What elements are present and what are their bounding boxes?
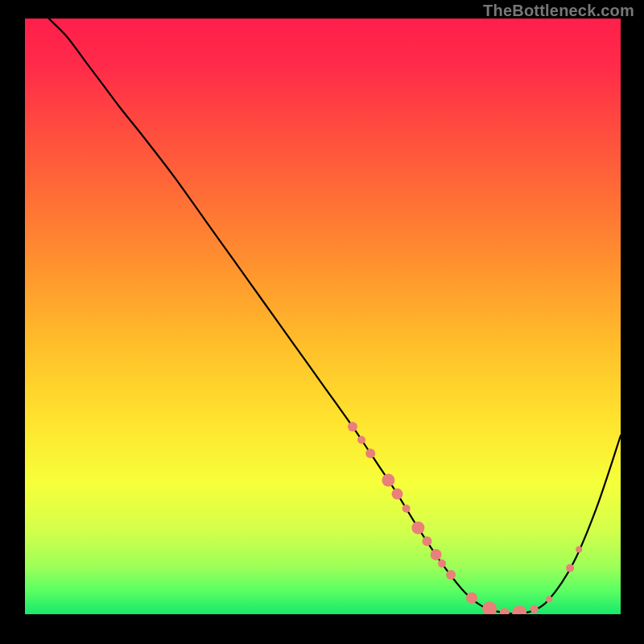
data-marker bbox=[348, 422, 357, 431]
data-marker bbox=[423, 536, 432, 546]
data-marker bbox=[576, 547, 582, 553]
data-marker bbox=[530, 605, 539, 613]
data-marker bbox=[402, 505, 411, 513]
data-marker bbox=[411, 522, 424, 535]
data-marker bbox=[466, 592, 477, 604]
data-marker bbox=[446, 570, 456, 580]
data-marker bbox=[392, 489, 403, 500]
data-marker bbox=[382, 474, 394, 487]
svg-rect-0 bbox=[25, 19, 621, 614]
data-marker bbox=[566, 564, 574, 572]
data-marker bbox=[546, 597, 552, 603]
data-marker bbox=[357, 436, 365, 444]
data-marker bbox=[365, 448, 375, 458]
bottleneck-curve-chart bbox=[25, 19, 621, 614]
data-marker bbox=[431, 549, 442, 560]
chart-frame: TheBottleneck.com bbox=[0, 0, 644, 644]
plot-area bbox=[25, 19, 621, 614]
data-marker bbox=[438, 559, 446, 568]
watermark: TheBottleneck.com bbox=[483, 2, 634, 20]
